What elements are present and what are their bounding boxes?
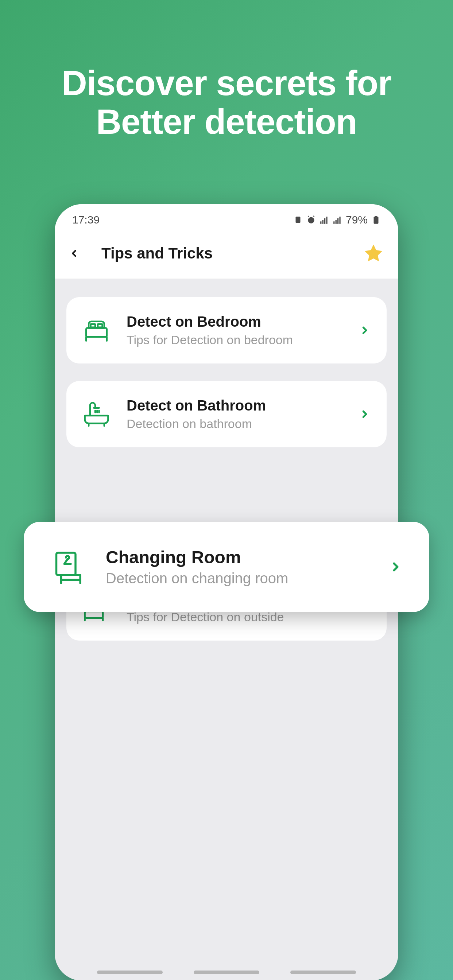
changing-room-icon xyxy=(50,548,88,586)
nav-pill[interactable] xyxy=(97,970,163,974)
tip-card-bathroom[interactable]: Detect on Bathroom Detection on bathroom xyxy=(66,381,387,447)
chevron-left-icon xyxy=(69,246,80,261)
content-area: Detect on Bedroom Tips for Detection on … xyxy=(55,279,398,676)
svg-rect-8 xyxy=(337,218,338,223)
nav-pill[interactable] xyxy=(194,970,259,974)
svg-rect-2 xyxy=(320,221,321,224)
chevron-right-icon xyxy=(388,558,403,576)
status-indicators: 79% xyxy=(293,214,381,226)
svg-rect-5 xyxy=(326,216,327,224)
card-text: Detect on Bedroom Tips for Detection on … xyxy=(126,313,343,347)
card-title: Detect on Bedroom xyxy=(126,313,343,330)
svg-rect-0 xyxy=(295,216,300,223)
nav-bar xyxy=(55,970,398,974)
signal-icon xyxy=(319,215,329,224)
svg-rect-3 xyxy=(322,220,324,224)
svg-rect-7 xyxy=(335,220,337,224)
promo-headline: Discover secrets for Better detection xyxy=(0,0,453,141)
battery-icon xyxy=(371,215,381,224)
status-time: 17:39 xyxy=(72,214,100,226)
back-button[interactable] xyxy=(69,246,91,261)
svg-rect-4 xyxy=(324,218,325,223)
card-text: Detect on Bathroom Detection on bathroom xyxy=(126,398,343,431)
notification-icon xyxy=(293,215,303,224)
svg-point-1 xyxy=(308,217,314,223)
card-text: Changing Room Detection on changing room xyxy=(106,547,371,587)
svg-rect-11 xyxy=(375,216,378,217)
card-title: Changing Room xyxy=(106,547,371,567)
card-title: Detect on Bathroom xyxy=(126,398,343,414)
status-bar: 17:39 79% xyxy=(55,204,398,228)
chevron-right-icon xyxy=(357,323,372,338)
svg-rect-12 xyxy=(86,328,107,337)
bed-icon xyxy=(81,315,112,346)
svg-rect-13 xyxy=(91,324,95,327)
alarm-icon xyxy=(306,215,316,224)
tip-card-bedroom[interactable]: Detect on Bedroom Tips for Detection on … xyxy=(66,297,387,363)
app-header: Tips and Tricks xyxy=(55,228,398,279)
tip-card-changing-room[interactable]: Changing Room Detection on changing room xyxy=(24,522,429,612)
battery-text: 79% xyxy=(346,214,368,226)
favorite-button[interactable] xyxy=(362,243,384,264)
nav-pill[interactable] xyxy=(290,970,356,974)
signal-icon-2 xyxy=(333,215,342,224)
svg-rect-14 xyxy=(98,324,102,327)
card-subtitle: Detection on changing room xyxy=(106,570,371,587)
star-icon xyxy=(363,243,384,264)
svg-rect-6 xyxy=(333,221,335,224)
header-title: Tips and Tricks xyxy=(101,245,362,262)
svg-rect-9 xyxy=(339,216,340,224)
card-subtitle: Tips for Detection on bedroom xyxy=(126,333,343,347)
card-subtitle: Detection on bathroom xyxy=(126,417,343,431)
bathtub-icon xyxy=(81,399,112,430)
svg-rect-16 xyxy=(85,611,103,618)
svg-rect-10 xyxy=(374,216,379,224)
chevron-right-icon xyxy=(357,407,372,422)
